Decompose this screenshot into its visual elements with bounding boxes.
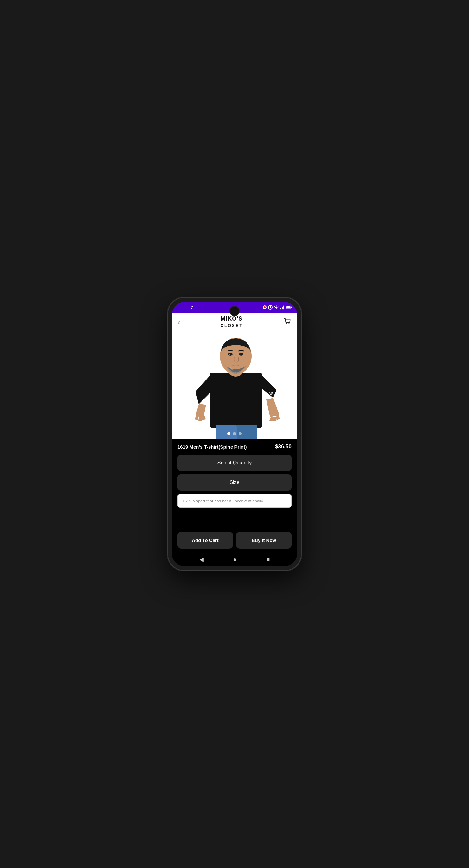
- svg-point-4: [276, 308, 277, 309]
- phone-device: 7: [168, 298, 301, 570]
- status-icons: [262, 305, 292, 310]
- svg-rect-9: [291, 307, 292, 308]
- product-info: 1619 Men's T-shirt(Spine Print) $36.50 S…: [172, 439, 297, 553]
- product-title: 1619 Men's T-shirt(Spine Print): [177, 444, 275, 450]
- brand-logo: MIKO'S CLOSET: [221, 316, 243, 329]
- select-quantity-button[interactable]: Select Quantity: [177, 455, 292, 471]
- battery-icon: [286, 305, 292, 310]
- svg-rect-3: [270, 306, 271, 308]
- product-image: M: [172, 331, 297, 439]
- svg-point-11: [286, 323, 287, 324]
- svg-rect-6: [282, 307, 283, 309]
- app-header: ‹ MIKO'S CLOSET: [172, 313, 297, 331]
- svg-rect-5: [281, 308, 282, 309]
- action-buttons-row: Add To Cart Buy It Now: [172, 529, 297, 553]
- description-field[interactable]: 1619 a sport that has been unconventiona…: [177, 494, 292, 508]
- status-time: 7: [191, 305, 193, 310]
- product-title-row: 1619 Men's T-shirt(Spine Print) $36.50: [172, 439, 297, 453]
- dot-1: [227, 432, 230, 435]
- svg-point-12: [288, 323, 289, 324]
- svg-point-17: [228, 352, 233, 356]
- brand-sub: CLOSET: [221, 323, 243, 328]
- app-icon: [268, 305, 272, 310]
- cart-svg-icon: [283, 317, 292, 326]
- buy-it-now-button[interactable]: Buy It Now: [236, 532, 292, 549]
- notification-icon: [262, 305, 267, 310]
- svg-point-19: [229, 354, 230, 355]
- wifi-icon: [274, 305, 279, 310]
- dot-3: [239, 432, 242, 435]
- status-bar: 7: [172, 302, 297, 313]
- product-price: $36.50: [275, 443, 292, 450]
- size-button[interactable]: Size: [177, 474, 292, 491]
- nav-home-button[interactable]: ●: [233, 556, 237, 563]
- dot-2: [233, 432, 236, 435]
- nav-recent-button[interactable]: ■: [266, 556, 270, 563]
- back-button[interactable]: ‹: [177, 318, 180, 326]
- system-nav-bar: ◀ ● ■: [172, 553, 297, 566]
- cart-button[interactable]: [283, 317, 292, 327]
- description-text: 1619 a sport that has been unconventiona…: [182, 499, 266, 503]
- image-dots: [227, 432, 242, 435]
- svg-point-1: [264, 306, 266, 308]
- add-to-cart-button[interactable]: Add To Cart: [177, 532, 233, 549]
- svg-rect-7: [283, 306, 284, 309]
- nav-back-button[interactable]: ◀: [199, 556, 204, 563]
- brand-name: MIKO'S: [221, 315, 242, 322]
- signal-icon: [280, 305, 285, 310]
- svg-rect-10: [287, 306, 291, 308]
- svg-rect-14: [210, 373, 262, 428]
- product-image-area: M: [172, 331, 297, 439]
- phone-screen: 7: [172, 302, 297, 566]
- model-svg: M: [172, 331, 297, 439]
- svg-point-18: [239, 352, 243, 356]
